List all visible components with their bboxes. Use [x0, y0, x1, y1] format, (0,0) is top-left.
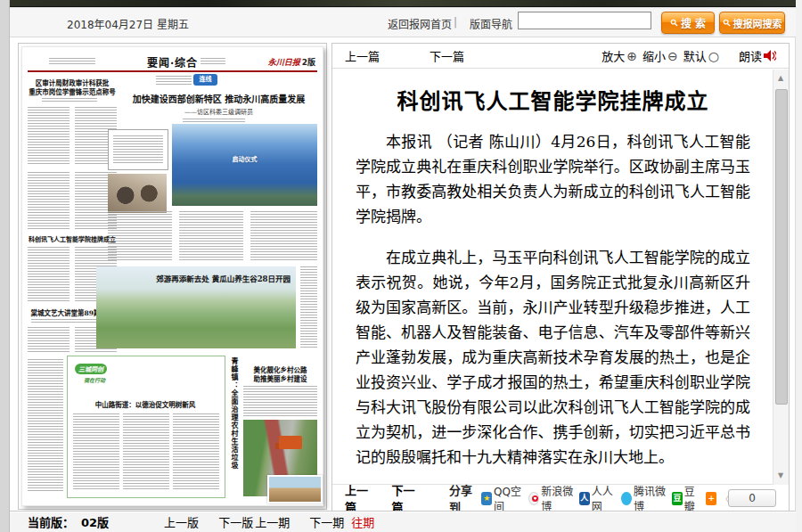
zoom-out-control[interactable]: 缩小 ⊖	[642, 47, 678, 64]
masthead-logo: 永川日报2版	[268, 56, 315, 68]
newspaper-page-thumbnail[interactable]: 要闻·综合 永川日报2版 区审计局财政审计科获批 重庆市岗位学雷锋示范点称号 科…	[21, 46, 323, 506]
logo-line1: 三城同创	[75, 364, 107, 374]
home-link[interactable]: 返回报网首页	[388, 16, 452, 31]
prev-article-link[interactable]: 上一篇	[345, 47, 380, 64]
link-separator: |	[454, 16, 457, 29]
launch-ceremony-photo: 启动仪式	[172, 124, 317, 206]
read-aloud-label: 朗读	[739, 47, 762, 64]
search-input[interactable]	[518, 12, 651, 29]
article-scrollbar[interactable]: ▲ ▼	[773, 70, 789, 485]
article-panel: 上一篇 下一篇 放大 ⊕ 缩小 ⊖ 默认 ○ 朗读	[331, 43, 790, 512]
zoom-in-icon: ⊕	[626, 49, 637, 63]
logo-line2: 我在行动	[84, 376, 107, 384]
article-text-lines	[28, 327, 70, 354]
masthead-name: 永川日报	[268, 58, 300, 67]
article-text-lines	[28, 172, 70, 229]
magnifier-icon	[723, 19, 731, 27]
zoom-out-icon: ⊖	[667, 49, 678, 63]
renren-icon: 人	[579, 492, 590, 505]
ceremony-photo	[108, 174, 167, 213]
scrollbar-down-button[interactable]: ▼	[773, 469, 788, 483]
subhead-lines	[42, 98, 97, 102]
civility-feature-box: 三城同创 我在行动 中山路街道：以德治促文明树新风	[67, 356, 225, 498]
masthead-small-text	[200, 58, 225, 64]
paper-net-search-button[interactable]: 搜报网搜索	[719, 12, 785, 34]
current-page-value: 02版	[81, 513, 109, 530]
zoom-reset-icon: ○	[708, 49, 719, 63]
more-share-button[interactable]: +	[706, 492, 716, 505]
share-tencent-weibo[interactable]: 腾讯微博	[621, 483, 667, 513]
article-text-lines	[179, 211, 243, 261]
headline-street[interactable]: 中山路街道：以德治促文明树新风	[68, 399, 223, 409]
article-text-lines	[173, 413, 219, 490]
excavator-shape	[279, 436, 302, 449]
huangguashan-photo: 郊游再添新去处 黄瓜山养生谷28日开园	[96, 266, 296, 348]
share-qzone-label: QQ空间	[494, 483, 523, 513]
scrollbar-thumb[interactable]	[775, 89, 788, 405]
page-thumbnail-panel: 要闻·综合 永川日报2版 区审计局财政审计科获批 重庆市岗位学雷锋示范点称号 科…	[18, 43, 327, 510]
share-sina-label: 新浪微博	[541, 483, 574, 513]
share-count-value: 0	[728, 489, 776, 507]
share-renren-label: 人人网	[592, 483, 617, 513]
qzone-icon: ★	[481, 492, 492, 505]
article-text-lines	[73, 413, 119, 490]
zoom-out-label: 缩小	[642, 47, 666, 64]
zoom-in-control[interactable]: 放大 ⊕	[602, 47, 637, 64]
green-campaign-logo: 三城同创 我在行动	[75, 364, 107, 384]
share-count: 〈 0	[720, 489, 776, 507]
bottom-nav-bar: 当前版： 02版 上一版 下一版 上一期 下一期 往期	[10, 511, 796, 532]
next-article-link[interactable]: 下一篇	[430, 47, 464, 64]
magnifier-icon	[670, 19, 678, 27]
search-button-label: 搜 索	[681, 15, 706, 30]
share-sina-weibo[interactable]: 新浪微博	[528, 483, 574, 513]
archive-link[interactable]: 往期	[351, 513, 374, 530]
prev-issue-link[interactable]: 上一期	[255, 513, 290, 530]
article-text-lines	[28, 107, 70, 166]
small-photo	[267, 475, 323, 503]
douban-icon: 豆	[672, 492, 683, 505]
speaker-icon	[764, 50, 776, 61]
article-body: 科创讯飞人工智能学院挂牌成立 本报讯 （记者 陈山川）4月26日，科创讯飞人工智…	[332, 70, 789, 485]
sina-weibo-icon	[528, 492, 539, 505]
search-button[interactable]: 搜 索	[661, 12, 715, 34]
read-aloud-control[interactable]: 朗读	[739, 47, 776, 64]
share-renren[interactable]: 人 人人网	[579, 483, 616, 513]
brand-small-text	[156, 76, 192, 85]
page-number: 2版	[302, 58, 315, 67]
caption-box	[108, 129, 168, 170]
next-page-link[interactable]: 下一版	[218, 513, 253, 530]
photo-caption-lines	[300, 266, 317, 348]
zoom-reset-label: 默认	[683, 47, 707, 64]
window-left-margin	[0, 0, 10, 532]
article-title: 科创讯飞人工智能学院挂牌成立	[356, 84, 750, 115]
date-text: 2018年04月27日 星期五	[67, 16, 189, 31]
zoom-reset-control[interactable]: 默认 ○	[683, 47, 719, 64]
current-page-label: 当前版：	[28, 513, 74, 530]
headline-main[interactable]: 加快建设西部创新特区 推动永川高质量发展	[120, 92, 317, 105]
headline-park[interactable]: 郊游再添新去处 黄瓜山养生谷28日开园	[156, 273, 291, 283]
window-right-margin	[795, 0, 802, 532]
article-text-lines	[108, 211, 172, 261]
article-text-lines	[243, 386, 317, 416]
share-douban[interactable]: 豆 豆瓣	[672, 483, 700, 513]
stage-banner-text: 启动仪式	[172, 154, 317, 163]
layout-nav-link[interactable]: 版面导航	[470, 16, 512, 31]
share-tencent-label: 腾讯微博	[634, 483, 667, 513]
top-bar: 2018年04月27日 星期五 返回报网首页 | 版面导航 搜 索 搜报网搜索	[10, 7, 796, 37]
byline-lines	[183, 119, 245, 123]
next-issue-link[interactable]: 下一期	[309, 513, 344, 530]
headline-road-line2[interactable]: 助推美丽乡村建设	[243, 373, 317, 383]
headline-ai-college[interactable]: 科创讯飞人工智能学院挂牌成立	[25, 234, 119, 243]
article-toolbar: 上一篇 下一篇 放大 ⊕ 缩小 ⊖ 默认 ○ 朗读	[332, 44, 789, 69]
headline-qingfeng-vertical[interactable]: 青峰镇：全面治理农村生活垃圾	[225, 357, 240, 496]
article-paragraph: 在成立典礼上，马玉平向科创讯飞人工智能学院的成立表示祝贺。她说，今年2月，国务院…	[356, 245, 750, 470]
article-scroll-area: 科创讯飞人工智能学院挂牌成立 本报讯 （记者 陈山川）4月26日，科创讯飞人工智…	[332, 70, 773, 485]
headline-audit-line2[interactable]: 重庆市岗位学雷锋示范点称号	[28, 86, 117, 96]
article-text-lines	[123, 413, 169, 490]
scrollbar-up-button[interactable]: ▲	[773, 71, 788, 86]
share-qzone[interactable]: ★ QQ空间	[481, 483, 523, 513]
brand-badge: 连线	[193, 74, 217, 86]
prev-page-link[interactable]: 上一版	[164, 513, 199, 530]
article-text-lines	[28, 247, 70, 302]
zoom-in-label: 放大	[602, 47, 625, 64]
